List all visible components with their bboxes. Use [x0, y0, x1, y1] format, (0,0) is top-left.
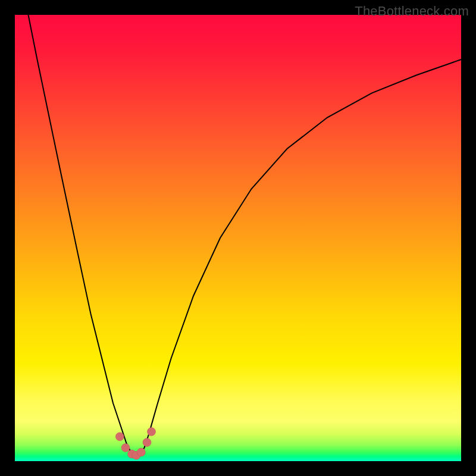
bottleneck-curve: [15, 0, 461, 456]
curve-marker: [143, 439, 151, 447]
watermark-text: TheBottleneck.com: [355, 4, 469, 19]
marker-group: [115, 428, 155, 460]
plot-area: [15, 15, 461, 461]
curve-layer: [15, 15, 461, 461]
curve-marker: [148, 428, 156, 436]
chart-frame: TheBottleneck.com: [0, 0, 476, 476]
curve-marker: [121, 444, 130, 452]
curve-marker: [137, 448, 145, 456]
curve-marker: [115, 433, 124, 441]
